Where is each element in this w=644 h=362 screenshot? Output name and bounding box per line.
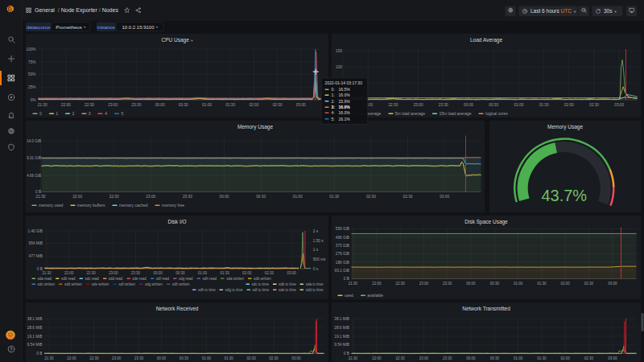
svg-text:21:30: 21:30 [349, 356, 358, 360]
svg-text:01:00: 01:00 [202, 356, 212, 360]
svg-text:50%: 50% [28, 72, 36, 76]
svg-text:22:00: 22:00 [61, 103, 71, 107]
svg-text:22:00: 22:00 [72, 195, 82, 199]
svg-text:28.6 MiB: 28.6 MiB [334, 326, 349, 330]
svg-text:00:30: 00:30 [489, 103, 498, 107]
svg-text:23:30: 23:30 [183, 195, 192, 199]
svg-text:00:30: 00:30 [179, 103, 188, 107]
svg-text:03:00: 03:00 [296, 103, 306, 107]
svg-text:02:00: 02:00 [242, 271, 252, 275]
svg-text:01:00: 01:00 [514, 282, 523, 286]
svg-text:00:00: 00:00 [466, 356, 476, 360]
svg-text:22:00: 22:00 [67, 356, 76, 360]
svg-text:00:30: 00:30 [490, 282, 500, 286]
svg-text:954 MiB: 954 MiB [29, 241, 43, 245]
svg-text:02:00: 02:00 [366, 195, 376, 199]
svg-text:02:00: 02:00 [249, 103, 258, 107]
svg-text:22:00: 22:00 [64, 271, 74, 275]
svg-text:28.6 MiB: 28.6 MiB [27, 326, 43, 330]
svg-text:22:30: 22:30 [395, 282, 405, 286]
svg-text:14.0 GiB: 14.0 GiB [27, 139, 41, 143]
svg-text:186 GiB: 186 GiB [336, 261, 349, 265]
svg-text:01:30: 01:30 [537, 282, 547, 286]
svg-text:21:30: 21:30 [44, 356, 54, 360]
svg-text:21:30: 21:30 [36, 195, 46, 199]
svg-text:23:30: 23:30 [439, 103, 448, 107]
svg-text:25%: 25% [28, 85, 36, 89]
svg-text:02:00: 02:00 [561, 282, 571, 286]
svg-text:23:00: 23:00 [419, 356, 429, 360]
svg-text:1.50 s: 1.50 s [313, 239, 324, 243]
svg-text:01:00: 01:00 [514, 103, 523, 107]
svg-text:03:00: 03:00 [608, 356, 617, 360]
svg-text:21:30: 21:30 [38, 103, 47, 107]
svg-text:4.66 GiB: 4.66 GiB [27, 174, 41, 178]
svg-text:01:00: 01:00 [514, 356, 523, 360]
svg-text:21:30: 21:30 [42, 271, 52, 275]
svg-text:21:30: 21:30 [349, 282, 358, 286]
svg-text:03:00: 03:00 [440, 195, 449, 199]
svg-text:00:00: 00:00 [155, 103, 165, 107]
svg-text:03:00: 03:00 [287, 271, 296, 275]
svg-text:23:30: 23:30 [443, 282, 452, 286]
svg-text:22:30: 22:30 [89, 356, 99, 360]
svg-text:100: 100 [336, 65, 342, 69]
svg-text:01:30: 01:30 [539, 103, 549, 107]
svg-text:466 GiB: 466 GiB [336, 236, 349, 240]
svg-text:01:30: 01:30 [225, 103, 235, 107]
svg-text:00:30: 00:30 [256, 195, 266, 199]
svg-text:22:30: 22:30 [85, 103, 94, 107]
svg-text:02:30: 02:30 [403, 195, 413, 199]
svg-text:9.54 MiB: 9.54 MiB [27, 343, 43, 347]
svg-text:23:00: 23:00 [108, 103, 118, 107]
svg-text:23:00: 23:00 [109, 271, 118, 275]
svg-text:00:30: 00:30 [490, 356, 500, 360]
svg-text:9.31 GiB: 9.31 GiB [27, 156, 41, 160]
svg-text:500 ms: 500 ms [313, 257, 326, 261]
svg-text:38.1 MiB: 38.1 MiB [27, 317, 43, 321]
svg-text:01:30: 01:30 [329, 195, 339, 199]
svg-text:23:30: 23:30 [134, 356, 144, 360]
svg-text:23:00: 23:00 [112, 356, 122, 360]
svg-text:0 B: 0 B [37, 267, 43, 271]
svg-text:93.1 GiB: 93.1 GiB [335, 269, 349, 273]
svg-text:0%: 0% [31, 98, 37, 102]
svg-text:1 s: 1 s [313, 248, 319, 252]
svg-text:00:00: 00:00 [154, 271, 163, 275]
svg-text:02:00: 02:00 [561, 356, 571, 360]
svg-text:100%: 100% [27, 47, 37, 51]
svg-text:559 GiB: 559 GiB [336, 227, 349, 231]
svg-text:23:30: 23:30 [131, 103, 141, 107]
svg-text:03:00: 03:00 [614, 103, 624, 107]
svg-text:02:00: 02:00 [246, 356, 256, 360]
svg-text:00:00: 00:00 [464, 103, 473, 107]
svg-text:00:30: 00:30 [180, 356, 189, 360]
svg-text:23:00: 23:00 [419, 282, 429, 286]
svg-text:00:00: 00:00 [466, 282, 476, 286]
svg-text:23:00: 23:00 [146, 195, 155, 199]
svg-text:19.1 MiB: 19.1 MiB [27, 335, 43, 339]
svg-text:75%: 75% [28, 60, 36, 64]
svg-text:01:30: 01:30 [537, 356, 547, 360]
svg-text:22:00: 22:00 [372, 282, 382, 286]
svg-text:1.40 GiB: 1.40 GiB [28, 229, 43, 233]
svg-text:22:00: 22:00 [372, 356, 382, 360]
svg-text:02:30: 02:30 [273, 103, 283, 107]
svg-text:43.7%: 43.7% [541, 187, 587, 204]
svg-text:23:30: 23:30 [443, 356, 452, 360]
svg-text:01:00: 01:00 [198, 271, 208, 275]
svg-text:02:00: 02:00 [564, 103, 574, 107]
svg-text:9.54 MiB: 9.54 MiB [334, 343, 349, 347]
svg-text:03:00: 03:00 [291, 356, 301, 360]
svg-text:2 s: 2 s [313, 229, 319, 233]
svg-text:0 B: 0 B [344, 352, 349, 356]
svg-text:0 B: 0 B [35, 190, 41, 194]
svg-text:02:30: 02:30 [265, 271, 275, 275]
svg-text:19.1 MiB: 19.1 MiB [334, 335, 349, 339]
svg-text:02:30: 02:30 [589, 103, 599, 107]
svg-text:373 GiB: 373 GiB [336, 244, 349, 248]
svg-text:01:00: 01:00 [293, 195, 303, 199]
svg-text:00:00: 00:00 [220, 195, 229, 199]
svg-text:279 GiB: 279 GiB [336, 252, 349, 256]
svg-text:00:00: 00:00 [157, 356, 167, 360]
